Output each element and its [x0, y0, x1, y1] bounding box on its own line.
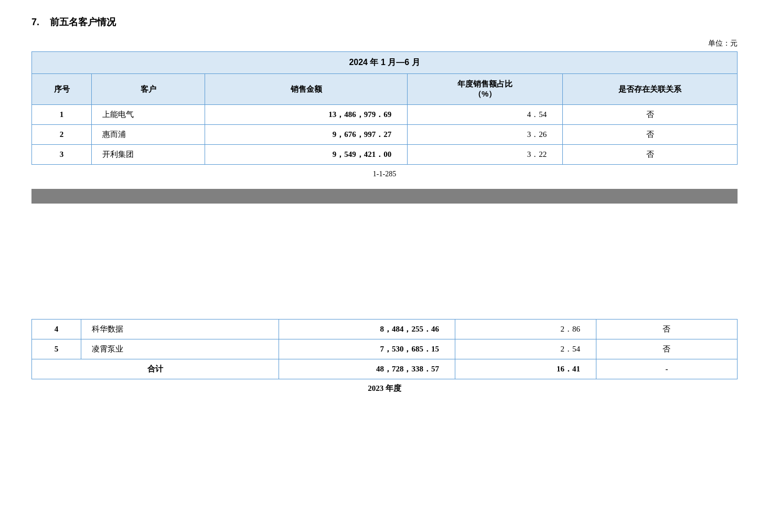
total-ratio: 16．41 [455, 359, 596, 379]
section-number: 7. [31, 17, 39, 27]
col-related: 是否存在关联关系 [563, 74, 738, 105]
row2-seq: 2 [32, 125, 92, 145]
row1-seq: 1 [32, 105, 92, 125]
col-sales-amount: 销售金额 [205, 74, 408, 105]
period-header-row: 2024 年 1 月—6 月 [32, 52, 738, 74]
row3-related: 否 [563, 145, 738, 165]
row3-seq: 3 [32, 145, 92, 165]
row5-seq: 5 [32, 339, 81, 359]
row3-customer: 开利集团 [92, 145, 205, 165]
row1-ratio: 4．54 [408, 105, 563, 125]
row2-amount: 9，676，997．27 [205, 125, 408, 145]
row4-ratio: 2．86 [455, 320, 596, 339]
row3-ratio: 3．22 [408, 145, 563, 165]
row4-customer: 科华数据 [81, 320, 279, 339]
section-title: 7. 前五名客户情况 [31, 16, 738, 28]
row4-amount: 8，484，255．46 [279, 320, 455, 339]
row5-customer: 凌霄泵业 [81, 339, 279, 359]
col-sales-ratio: 年度销售额占比（%） [408, 74, 563, 105]
table-row: 5 凌霄泵业 7，530，685．15 2．54 否 [32, 339, 738, 359]
row4-seq: 4 [32, 320, 81, 339]
table-row: 2 惠而浦 9，676，997．27 3．26 否 [32, 125, 738, 145]
total-amount: 48，728，338．57 [279, 359, 455, 379]
row1-related: 否 [563, 105, 738, 125]
next-period-label: 2023 年度 [31, 384, 738, 393]
row2-ratio: 3．26 [408, 125, 563, 145]
table-row: 3 开利集团 9，549，421．00 3．22 否 [32, 145, 738, 165]
table-row: 4 科华数据 8，484，255．46 2．86 否 [32, 320, 738, 339]
unit-label: 单位：元 [31, 39, 738, 48]
page-number: 1-1-285 [31, 170, 738, 178]
row2-customer: 惠而浦 [92, 125, 205, 145]
column-header-row: 序号 客户 销售金额 年度销售额占比（%） 是否存在关联关系 [32, 74, 738, 105]
total-label: 合计 [32, 359, 279, 379]
total-related: - [596, 359, 737, 379]
row3-amount: 9，549，421．00 [205, 145, 408, 165]
total-row: 合计 48，728，338．57 16．41 - [32, 359, 738, 379]
row1-customer: 上能电气 [92, 105, 205, 125]
col-customer: 客户 [92, 74, 205, 105]
row2-related: 否 [563, 125, 738, 145]
top-table: 2024 年 1 月—6 月 序号 客户 销售金额 年度销售额占比（%） 是否存… [31, 51, 738, 165]
row5-ratio: 2．54 [455, 339, 596, 359]
period-header: 2024 年 1 月—6 月 [32, 52, 738, 74]
row5-related: 否 [596, 339, 737, 359]
bottom-table-section: 4 科华数据 8，484，255．46 2．86 否 5 凌霄泵业 7，530，… [31, 319, 738, 379]
page-container: 7. 前五名客户情况 单位：元 2024 年 1 月—6 月 序号 客户 销售金… [0, 0, 769, 404]
blank-spacer [31, 214, 738, 319]
col-seq: 序号 [32, 74, 92, 105]
table-row: 1 上能电气 13，486，979．69 4．54 否 [32, 105, 738, 125]
row1-amount: 13，486，979．69 [205, 105, 408, 125]
gray-bar [31, 189, 738, 204]
section-heading: 前五名客户情况 [50, 17, 116, 27]
bottom-table: 4 科华数据 8，484，255．46 2．86 否 5 凌霄泵业 7，530，… [31, 319, 738, 379]
row4-related: 否 [596, 320, 737, 339]
row5-amount: 7，530，685．15 [279, 339, 455, 359]
